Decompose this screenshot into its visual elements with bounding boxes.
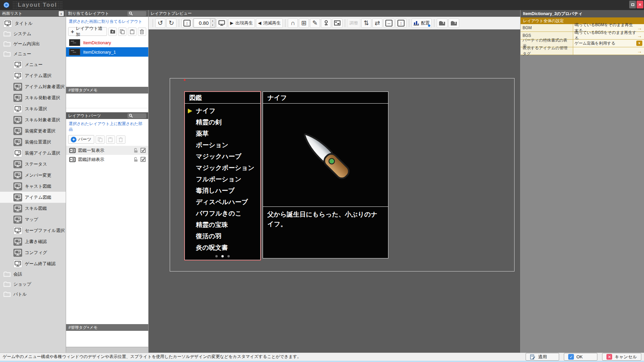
zoom-down-button[interactable]: ▼ <box>210 23 215 27</box>
dictionary-list-entry: ディスペルハーブ <box>185 196 260 208</box>
paste-part-button[interactable] <box>106 135 115 144</box>
delete-part-button[interactable] <box>116 135 125 144</box>
snap-magnet-button[interactable]: ∩ <box>288 18 298 28</box>
layout-list-item[interactable]: ItemDictionary <box>66 38 148 47</box>
stretch-vertical-button[interactable]: ↕ <box>395 18 407 28</box>
flip-vertical-button[interactable]: ⇅ <box>361 18 371 28</box>
zoom-up-button[interactable]: ▲ <box>210 19 215 23</box>
delete-layout-button[interactable] <box>138 27 146 36</box>
property-row[interactable]: 表示するアイテムの管理タグ → ▼ <box>521 47 644 55</box>
screen-icon <box>13 138 22 146</box>
screen-list-item[interactable]: アイテム対象者選択 <box>0 81 66 92</box>
zoom-input[interactable] <box>194 19 210 27</box>
screen-list-item[interactable]: メニュー <box>0 59 66 70</box>
undo-button[interactable]: ↺ <box>155 18 165 28</box>
screen-list-item[interactable]: ゲーム終了確認 <box>0 258 66 269</box>
screen-icon <box>13 61 22 69</box>
property-dropdown-icon[interactable]: ▼ <box>636 41 642 46</box>
folder-import-icon <box>439 20 445 26</box>
screen-list-item[interactable]: スキル対象者選択 <box>0 114 66 125</box>
cancel-button[interactable]: ✕ キャンセル <box>602 353 641 361</box>
screen-list-item[interactable]: スキル図鑑 <box>0 203 66 214</box>
layout-memo-field[interactable] <box>66 94 148 108</box>
screen-list-item[interactable]: 装備位置選択 <box>0 136 66 147</box>
vanish-play-button[interactable]: ◀ 消滅再生 <box>256 18 283 28</box>
maximize-button[interactable] <box>629 1 636 8</box>
screen-list-item[interactable]: スキル選択 <box>0 103 66 114</box>
paste-layout-button[interactable] <box>128 27 136 36</box>
dictionary-detail-window[interactable]: ナイフ <box>263 92 388 258</box>
preview-canvas[interactable]: 図鑑 ナイフ 精霊の剣 <box>149 29 520 353</box>
arrange-button[interactable]: 配置 <box>412 18 432 28</box>
property-detail-arrow[interactable]: → <box>637 48 643 54</box>
property-detail-arrow[interactable]: → <box>637 33 643 39</box>
import-parts-button[interactable] <box>437 18 447 28</box>
layout-list-item[interactable]: ItemDictionary_1 <box>66 47 148 57</box>
screen-list-item[interactable]: メニュー <box>0 49 66 59</box>
part-list-item[interactable]: 図鑑詳細表示 <box>66 155 148 164</box>
parts-memo-field[interactable] <box>66 331 148 347</box>
screen-list-item[interactable]: タイトル <box>0 18 66 29</box>
screen-list-item[interactable]: 会話 <box>0 269 66 279</box>
projector-button[interactable] <box>321 18 331 28</box>
visible-checkbox[interactable] <box>141 148 146 153</box>
close-button[interactable]: ✕ <box>637 1 643 8</box>
unlocked-icon[interactable] <box>133 157 138 162</box>
add-part-button[interactable]: + パーツ <box>68 135 94 144</box>
parts-search-box[interactable] <box>127 113 146 118</box>
appear-play-button[interactable]: ▶ 出現再生 <box>228 18 255 28</box>
draw-pen-button[interactable]: ✎ <box>310 18 320 28</box>
screen-list-item[interactable]: 上書き確認 <box>0 236 66 247</box>
screen-list-item[interactable]: キャスト図鑑 <box>0 181 66 192</box>
copy-part-button[interactable] <box>96 135 105 144</box>
unlocked-icon[interactable] <box>133 148 138 153</box>
screen-list-item[interactable]: マップ <box>0 214 66 225</box>
folder-icon <box>3 272 11 277</box>
dictionary-list-window[interactable]: 図鑑 ナイフ 精霊の剣 <box>184 92 261 260</box>
paste-icon <box>130 29 135 34</box>
adjust-button[interactable]: 調整 <box>347 18 360 28</box>
assigned-layout-header: 割り当てるレイアウト <box>68 11 127 16</box>
apply-button[interactable]: 適用 <box>526 353 559 361</box>
screen-list-item[interactable]: アイテム選択 <box>0 70 66 81</box>
add-layout-button[interactable]: + レイアウト追加 <box>68 27 107 36</box>
collapse-panel-button[interactable]: ‹ <box>59 11 64 16</box>
screen-list-item[interactable]: セーブファイル選択 <box>0 225 66 236</box>
screen-list-item[interactable]: コンフィグ <box>0 247 66 258</box>
screen-list-item[interactable]: ステータス <box>0 159 66 170</box>
screen-list-item[interactable]: アイテム図鑑 <box>0 192 66 203</box>
redo-button[interactable]: ↻ <box>166 18 176 28</box>
ok-button[interactable]: ✓ OK <box>564 353 597 361</box>
part-list-item[interactable]: 図鑑一覧表示 <box>66 146 148 155</box>
add-layout-folder-button[interactable] <box>108 27 117 36</box>
screen-list-item[interactable]: 装備変更者選択 <box>0 125 66 136</box>
dictionary-list-entry: 精霊の剣 <box>185 117 260 128</box>
stretch-horizontal-button[interactable]: ↔ <box>383 18 394 28</box>
fit-to-window-button[interactable]: ↕ <box>181 18 193 28</box>
screen-icon <box>13 204 22 213</box>
property-label: BGM <box>521 24 573 32</box>
visible-checkbox[interactable] <box>141 157 146 162</box>
export-parts-button[interactable] <box>448 18 459 28</box>
copy-icon <box>98 137 103 142</box>
copy-layout-button[interactable] <box>118 27 126 36</box>
flip-horizontal-button[interactable]: ⇄ <box>372 18 382 28</box>
screen-size-button[interactable] <box>216 18 227 28</box>
screen-list-item[interactable]: メンバー変更 <box>0 170 66 181</box>
property-detail-arrow[interactable]: → <box>637 25 643 31</box>
screen-list-item[interactable]: 装備アイテム選択 <box>0 147 66 159</box>
apply-icon <box>530 354 536 360</box>
screen-list-item[interactable]: スキル発動者選択 <box>0 92 66 103</box>
thumbnail-layout-icon <box>334 20 340 25</box>
screen-list-label: ゲーム終了確認 <box>25 261 56 267</box>
screen-list-item[interactable]: ゲーム内演出 <box>0 39 66 49</box>
layout-search-box[interactable] <box>127 11 146 16</box>
thumbnail-layout-button[interactable] <box>332 18 342 28</box>
screen-list-item[interactable]: バトル <box>0 289 66 299</box>
screen-list-label: コンフィグ <box>25 250 47 256</box>
screen-list-label: メニュー <box>25 62 43 68</box>
screen-list-item[interactable]: ショップ <box>0 279 66 289</box>
screen-list-item[interactable]: システム <box>0 29 66 39</box>
grid-button[interactable]: ⊞ <box>299 18 309 28</box>
screen-icon <box>13 160 22 168</box>
